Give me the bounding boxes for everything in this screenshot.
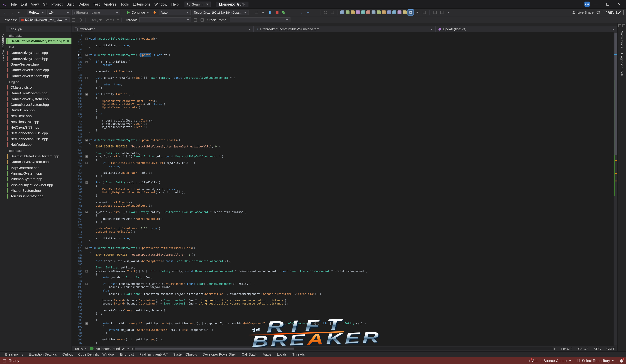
immediate-window-icon[interactable] (330, 10, 335, 15)
maximize-button[interactable] (602, 0, 613, 8)
panel-icon[interactable] (623, 24, 625, 27)
code-line[interactable]: 502 { (72, 325, 614, 328)
code-line[interactable]: 487 auto bounds = Exor::Aabb::One; (72, 276, 614, 279)
menu-item-edit[interactable]: Edit (19, 1, 29, 7)
vertical-scrollbar-thumb[interactable] (614, 33, 617, 155)
debug-type-combo[interactable]: Auto (158, 10, 191, 15)
code-line[interactable]: 458 for ( Exor::Entity cell : culledCell… (72, 181, 614, 184)
code-line[interactable]: 419void DestructibleVolumeSystem::Update… (72, 54, 614, 57)
tab-file-item[interactable]: MinimapSystem.hpp (5, 176, 72, 182)
tab-file-item[interactable]: GameActivitySteam.cpp (5, 50, 72, 56)
tab-file-item[interactable]: GameServersSteam.hpp (5, 73, 72, 79)
minimize-button[interactable] (591, 0, 601, 8)
code-line[interactable]: 439 m_destructibleObserver.Clear(); (72, 119, 614, 122)
fold-margin[interactable] (84, 322, 89, 325)
extension-icon[interactable] (387, 10, 391, 14)
diagnostic-tools-tab[interactable]: Diagnostic Tools (620, 52, 624, 77)
code-cleanup-dropdown[interactable] (127, 348, 130, 349)
tab-file-item[interactable]: MapGenerator.cpp (5, 165, 72, 170)
lifecycle-events-dropdown[interactable]: Lifecycle Events (89, 18, 114, 22)
code-line[interactable]: 468 { (72, 214, 614, 217)
tool-tab-developer-powershell[interactable]: Developer PowerShell (200, 352, 239, 357)
document-health-icon[interactable]: ✓ (90, 347, 93, 350)
menu-item-git[interactable]: Git (41, 1, 49, 7)
solution-configuration-combo[interactable]: Release (27, 10, 46, 15)
code-line[interactable]: 446{ (72, 142, 614, 145)
restart-icon[interactable]: ↻ (281, 10, 286, 15)
menu-item-analyze[interactable]: Analyze (102, 1, 118, 7)
code-line[interactable]: 448 (72, 149, 614, 152)
code-line[interactable]: 418 (72, 50, 614, 54)
tool-tab-autos[interactable]: Autos (260, 352, 274, 357)
tool-tab-call-stack[interactable]: Call Stack (239, 352, 260, 357)
code-line[interactable]: 499 (72, 315, 614, 319)
menu-item-extensions[interactable]: Extensions (131, 1, 153, 7)
fold-margin[interactable] (84, 37, 89, 40)
close-button[interactable]: × (614, 0, 625, 8)
code-line[interactable]: 495 bounds.Extend( bounds.GetMaximum() +… (72, 302, 614, 305)
code-line[interactable]: 413 (72, 34, 614, 37)
menu-item-view[interactable]: View (29, 1, 41, 7)
horizontal-scrollbar-thumb[interactable] (135, 348, 294, 350)
tab-file-item[interactable]: GameServerSystem.hpp (5, 102, 72, 108)
code-line[interactable]: 497 terrainGrid->Query( entities, bounds… (72, 309, 614, 312)
tab-file-item[interactable]: DestructibleVolumeSystem.cpp× (5, 39, 72, 44)
tab-file-item[interactable]: GameServersSteam.cpp (5, 67, 72, 73)
code-line[interactable]: 485 m_resourceObserver.Visit( [ & ]( Exo… (72, 270, 614, 273)
code-line[interactable]: 427 { (72, 80, 614, 83)
step-out-icon[interactable]: ↑ (312, 10, 318, 15)
tool-tab-breakpoints[interactable]: Breakpoints (2, 352, 26, 357)
menu-item-tools[interactable]: Tools (118, 1, 131, 7)
hot-reload-icon[interactable] (152, 10, 157, 15)
menu-item-file[interactable]: File (9, 1, 19, 7)
stop-debugging-icon[interactable] (274, 10, 279, 15)
code-line[interactable]: 414void DestructibleVolumeSystem::PostLo… (72, 37, 614, 40)
code-line[interactable]: 452 if ( IsValidCellForDestructibleVolum… (72, 162, 614, 165)
thread-freeze-icon[interactable] (193, 17, 198, 23)
extension-icon[interactable] (403, 10, 407, 14)
extension-icon[interactable] (392, 10, 396, 14)
step-over-icon[interactable]: ↪ (305, 10, 311, 15)
code-cleanup-icon[interactable] (122, 347, 125, 350)
add-to-source-control-button[interactable]: ↑ Add to Source Control (529, 359, 571, 363)
code-line[interactable]: 467 m_world->Visit( []( Exor::Entity ent… (72, 211, 614, 214)
code-line[interactable]: 496 (72, 306, 614, 309)
code-line[interactable]: 430 (72, 90, 614, 93)
line-indicator[interactable]: Ln: 419 (561, 347, 573, 351)
tool-tab-threads[interactable]: Threads (289, 352, 308, 357)
fold-margin[interactable] (84, 155, 89, 158)
select-repository-button[interactable]: Select Repository (577, 359, 614, 363)
code-line[interactable]: 441 m_treasureObserver.Clear(); (72, 125, 614, 129)
feedback-icon[interactable] (596, 11, 600, 14)
code-line[interactable]: 424 m_events.VisitEvents(); (72, 70, 614, 73)
tab-file-item[interactable]: NetConnectionGNS.cpp (5, 130, 72, 136)
panel-icon[interactable] (618, 24, 621, 27)
extension-icon[interactable] (346, 10, 350, 14)
fold-margin[interactable] (84, 60, 89, 63)
notifications-bell-icon[interactable] (620, 359, 623, 363)
code-line[interactable]: 443} (72, 132, 614, 135)
code-line[interactable]: 440 m_resourceObserver.Clear(); (72, 122, 614, 125)
tab-file-item[interactable]: NetConnectionGNS.hpp (5, 136, 72, 142)
tab-file-item[interactable]: CMakeLists.txt (5, 84, 72, 90)
extension-icon[interactable] (366, 10, 370, 14)
code-line[interactable]: 433 UpdateDestructibleVolumeCullers(); (72, 99, 614, 103)
code-line[interactable]: 435 UpdateTreasureVisuals(); (72, 106, 614, 109)
tab-file-item[interactable]: DestructibleVolumeSystem.hpp (5, 153, 72, 159)
code-line[interactable]: 421 if ( !m_initialized ) (72, 60, 614, 63)
extension-icon[interactable] (356, 10, 360, 14)
eol-indicator[interactable]: CRLF (606, 347, 615, 351)
tab-file-item[interactable]: TerrainGenerator.cpp (5, 194, 72, 199)
code-line[interactable]: 480 EXOR_SCOPED_PROFILE( "UpdateDestruct… (72, 253, 614, 256)
extension-icon[interactable] (397, 10, 401, 14)
menu-item-help[interactable]: Help (169, 1, 181, 7)
diagnostic-tools-icon[interactable] (254, 10, 259, 15)
tab-file-item[interactable]: NetClient.hpp (5, 113, 72, 119)
search-box[interactable]: Search (185, 1, 211, 7)
notifications-tab[interactable]: Notifications (620, 30, 624, 49)
code-line[interactable]: 426 auto entity = m_world->Find( []( Exo… (72, 77, 614, 80)
deploy-target-combo[interactable]: Target Xbox: 192.168.0.184 (Default) (192, 10, 249, 15)
code-line[interactable]: 445void DestructibleVolumeSystem::SpawnD… (72, 139, 614, 142)
show-next-statement-icon[interactable]: → (292, 10, 297, 15)
tab-file-item[interactable]: GameServers.hpp (5, 62, 72, 67)
